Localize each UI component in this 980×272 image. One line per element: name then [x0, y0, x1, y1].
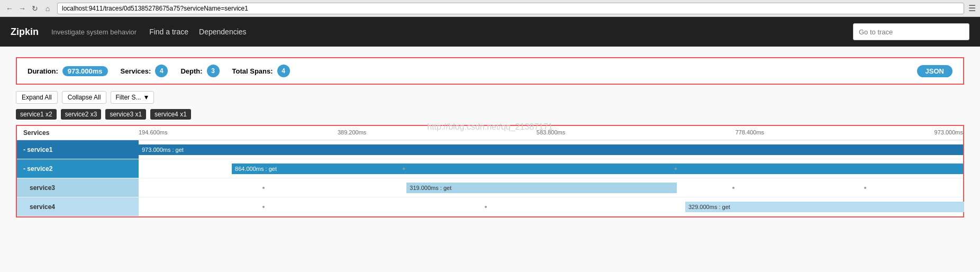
timeline-label-2: 583.800ms [537, 129, 565, 137]
main-content: Duration: 973.000ms Services: 4 Depth: 3… [0, 47, 980, 272]
go-to-trace-input[interactable] [853, 23, 969, 40]
service-cell-service2[interactable]: - service2 [17, 159, 139, 178]
browser-menu-icon[interactable]: ☰ [968, 3, 976, 13]
timeline-label-0: 194.600ms [139, 129, 167, 137]
bar-service2-label: 864.000ms : get [235, 166, 277, 172]
home-button[interactable]: ⌂ [42, 3, 53, 14]
service3-label: service3 [30, 184, 55, 192]
service1-label: - service1 [23, 146, 52, 153]
bar-service4: 329.000ms : get [685, 202, 964, 212]
service-tag-2[interactable]: service3 x1 [105, 109, 146, 120]
total-spans-value: 4 [277, 65, 290, 77]
nav-buttons: ← → ↻ ⌂ [4, 3, 53, 14]
duration-label: Duration: [28, 67, 58, 75]
waterfall: Services 194.600ms 389.200ms 583.800ms 7… [16, 125, 964, 217]
service-cell-service4[interactable]: service4 [17, 197, 139, 216]
stat-services: Services: 4 [121, 65, 168, 77]
service4-label: service4 [30, 203, 55, 211]
filter-chevron-icon: ▼ [143, 94, 149, 101]
controls-row: Expand All Collapse All Filter S... ▼ [16, 91, 964, 104]
json-button[interactable]: JSON [917, 65, 952, 77]
collapse-all-button[interactable]: Collapse All [62, 91, 107, 104]
reload-button[interactable]: ↻ [30, 3, 40, 14]
service-tags: service1 x2 service2 x3 service3 x1 serv… [16, 109, 964, 120]
duration-value: 973.000ms [62, 66, 108, 76]
dot-service4-1 [262, 206, 265, 208]
timeline-label-3: 778.400ms [736, 129, 764, 137]
bar-cell-service1: 973.000ms : get [139, 140, 963, 159]
service-tag-3[interactable]: service4 x1 [150, 109, 191, 120]
stats-bar: Duration: 973.000ms Services: 4 Depth: 3… [16, 57, 964, 85]
stat-duration: Duration: 973.000ms [28, 66, 108, 76]
table-row[interactable]: - service2 864.000ms : get [17, 159, 963, 178]
app-header: Zipkin Investigate system behavior Find … [0, 17, 980, 47]
dot-service4-2 [485, 206, 487, 208]
dot-service3-1 [262, 187, 265, 189]
bar-cell-service3: 319.000ms : get [139, 178, 963, 197]
browser-bar: ← → ↻ ⌂ ☰ [0, 0, 980, 17]
app-nav: Find a trace Dependencies [149, 28, 840, 36]
forward-button[interactable]: → [17, 3, 28, 14]
bar-service3-label: 319.000ms : get [410, 185, 451, 191]
dot-service2-2 [675, 168, 677, 170]
filter-label: Filter S... [115, 94, 141, 101]
waterfall-header: Services 194.600ms 389.200ms 583.800ms 7… [17, 126, 963, 140]
timeline-header: 194.600ms 389.200ms 583.800ms 778.400ms … [139, 129, 963, 137]
table-row[interactable]: - service1 973.000ms : get [17, 140, 963, 159]
back-button[interactable]: ← [4, 3, 15, 14]
dot-service3-2 [732, 187, 734, 189]
stat-total-spans: Total Spans: 4 [232, 65, 290, 77]
depth-value: 3 [207, 65, 220, 77]
bar-service4-label: 329.000ms : get [688, 204, 730, 210]
bar-service1: 973.000ms : get [139, 144, 963, 155]
service2-label: - service2 [23, 165, 52, 173]
service-tag-1[interactable]: service2 x3 [61, 109, 102, 120]
bar-service3: 319.000ms : get [406, 183, 677, 193]
app-tagline: Investigate system behavior [51, 28, 137, 36]
service-tag-0[interactable]: service1 x2 [16, 109, 57, 120]
service-cell-service3[interactable]: service3 [17, 178, 139, 197]
timeline-label-4: 973.000ms [934, 129, 963, 137]
services-value: 4 [155, 65, 168, 77]
nav-dependencies[interactable]: Dependencies [199, 28, 247, 36]
services-label: Services: [121, 67, 151, 75]
service-cell-service1[interactable]: - service1 [17, 140, 139, 159]
bar-cell-service4: 329.000ms : get [139, 197, 963, 216]
table-row[interactable]: service3 319.000ms : get [17, 178, 963, 197]
filter-select[interactable]: Filter S... ▼ [111, 91, 154, 104]
timeline-label-1: 389.200ms [338, 129, 366, 137]
app-logo: Zipkin [11, 26, 39, 38]
expand-all-button[interactable]: Expand All [16, 91, 58, 104]
bar-service2: 864.000ms : get [232, 164, 963, 174]
stat-depth: Depth: 3 [180, 65, 219, 77]
dot-service3-3 [864, 187, 866, 189]
address-bar[interactable] [57, 3, 964, 14]
dot-service2-1 [403, 168, 405, 170]
total-spans-label: Total Spans: [232, 67, 273, 75]
services-col-header: Services [17, 129, 139, 137]
depth-label: Depth: [180, 67, 202, 75]
bar-service1-label: 973.000ms : get [142, 147, 184, 153]
nav-find-trace[interactable]: Find a trace [149, 28, 188, 36]
bar-cell-service2: 864.000ms : get [139, 159, 963, 178]
table-row[interactable]: service4 329.000ms : get [17, 197, 963, 216]
